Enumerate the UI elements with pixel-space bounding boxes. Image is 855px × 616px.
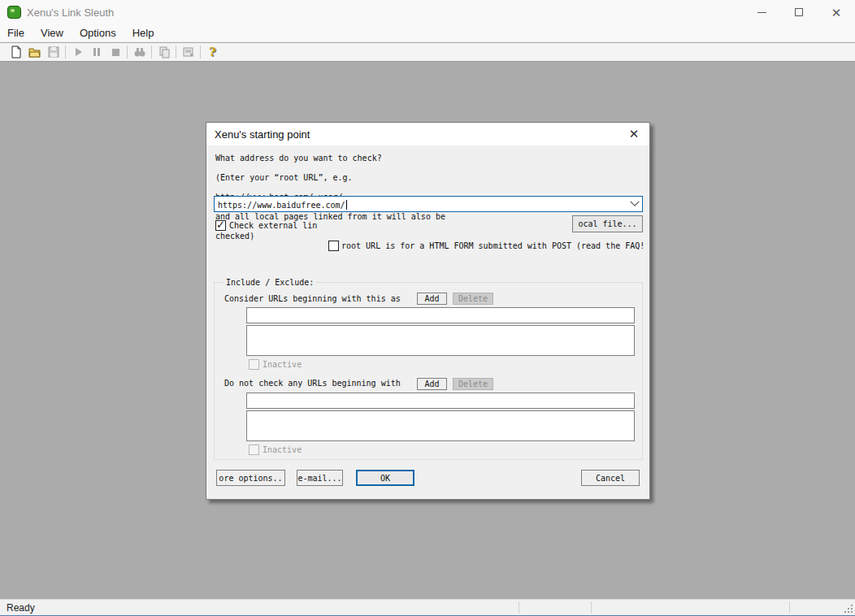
app-icon [7,6,21,19]
save-icon [47,46,60,59]
ok-button[interactable]: OK [356,470,414,486]
open-folder-button[interactable] [25,44,44,60]
menu-help[interactable]: Help [124,24,163,42]
consider-url-list[interactable] [246,325,635,356]
checkmark-icon: ✓ [216,219,225,231]
toolbar: ? [0,43,855,62]
play-icon [72,46,85,59]
prompt-line: checked) [215,232,254,241]
properties-button[interactable] [179,44,197,60]
toolbar-separator [176,46,176,59]
group-legend: Include / Exclude: [224,278,316,287]
find-button[interactable] [130,44,149,60]
check-external-label[interactable]: Check external lin [229,221,317,230]
close-icon: ✕ [629,127,640,141]
maximize-button[interactable] [780,0,818,24]
exclude-add-button[interactable]: Add [417,378,447,390]
save-button[interactable] [44,44,63,60]
exclude-delete-button[interactable]: Delete [453,378,493,390]
minimize-button[interactable] [743,0,780,24]
exclude-inactive-label: Inactive [263,445,302,454]
close-button[interactable]: ✕ [818,0,855,24]
status-divider [519,601,519,614]
maximize-icon [795,8,803,16]
status-text: Ready [7,602,35,614]
starting-point-dialog: Xenu's starting point ✕ What address do … [206,122,650,500]
new-document-button[interactable] [7,44,25,60]
find-binoculars-icon [133,46,146,59]
cancel-button[interactable]: Cancel [581,470,640,486]
exclude-url-input[interactable] [246,393,635,409]
toolbar-separator [65,46,66,59]
url-value: https://www.baidufree.com/ [218,200,347,210]
toolbar-separator [151,46,152,59]
menu-options[interactable]: Options [72,24,124,42]
more-options-button[interactable]: ore options.. [216,470,285,486]
copy-icon [158,46,171,59]
open-folder-icon [28,46,41,59]
dialog-close-button[interactable]: ✕ [626,126,642,142]
menu-view[interactable]: View [33,24,72,42]
exclude-url-list[interactable] [246,410,635,441]
minimize-icon [757,12,766,13]
local-file-button[interactable]: ocal file... [572,215,643,232]
prompt-line: (Enter your “root URL”, e.g. [215,173,353,182]
menu-file[interactable]: File [0,24,33,42]
menu-bar: File View Options Help [0,24,855,42]
close-icon: ✕ [831,7,842,19]
properties-icon [182,46,195,59]
consider-delete-button[interactable]: Delete [453,293,493,305]
pause-icon [90,46,103,59]
help-button[interactable]: ? [203,44,222,60]
window-title: Xenu's Link Sleuth [27,7,114,19]
status-divider [789,601,790,614]
combobox-dropdown-button[interactable] [627,197,641,210]
exclude-inactive-checkbox[interactable] [249,445,259,455]
dialog-title: Xenu's starting point [215,128,310,141]
post-form-label[interactable]: root URL is for a HTML FORM submitted wi… [341,241,644,250]
prompt-line: and all local pages linked from it will … [215,212,445,221]
stop-icon [109,46,122,59]
prompt-line: What address do you want to check? [215,154,382,163]
exclude-urls-label: Do not check any URLs beginning with [224,379,401,388]
pause-button[interactable] [87,44,106,60]
toolbar-separator [127,46,128,59]
start-button[interactable] [68,44,87,60]
consider-url-input[interactable] [246,307,635,323]
status-bar: Ready [0,599,855,616]
status-divider [591,601,592,614]
resize-grip-icon[interactable] [851,611,853,613]
consider-add-button[interactable]: Add [417,293,447,305]
email-button[interactable]: e-mail... [297,470,343,486]
consider-inactive-checkbox[interactable] [249,359,259,370]
chevron-down-icon [630,197,639,206]
stop-button[interactable] [106,44,124,60]
new-document-icon [10,46,23,59]
check-external-checkbox[interactable]: ✓ [215,220,226,231]
help-icon: ? [209,45,216,59]
copy-button[interactable] [154,44,173,60]
window-titlebar: Xenu's Link Sleuth ✕ [0,0,855,24]
consider-inactive-label: Inactive [263,360,302,369]
url-combobox[interactable]: https://www.baidufree.com/ [214,196,643,212]
dialog-titlebar: Xenu's starting point ✕ [206,123,649,145]
post-form-checkbox[interactable] [328,241,339,251]
text-cursor [346,200,347,210]
consider-urls-label: Consider URLs beginning with this as [224,294,401,303]
toolbar-separator [200,46,201,59]
